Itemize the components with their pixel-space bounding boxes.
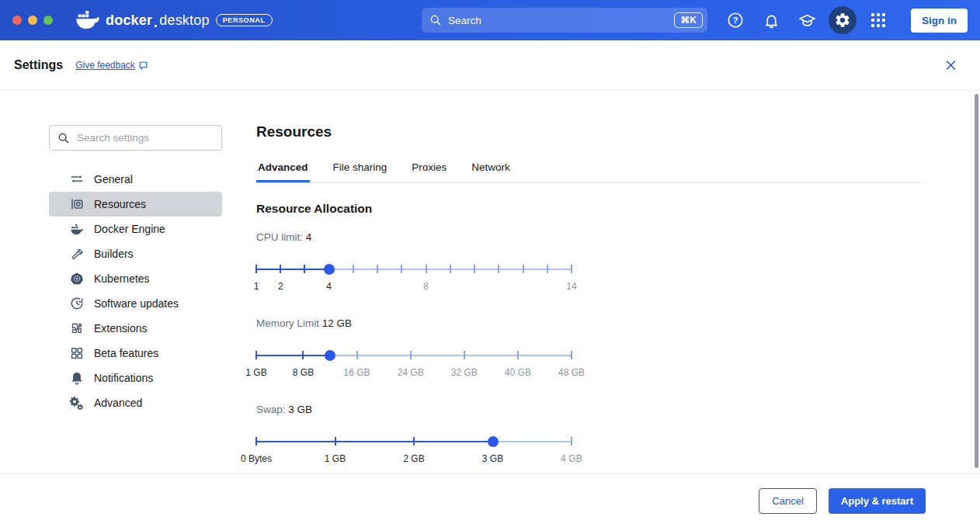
resources-meter-icon [70,197,84,211]
window-minimize-button[interactable] [28,16,37,25]
sidebar-item-label: General [94,173,133,185]
settings-nav: General Resources Docker E [49,167,222,415]
sliders-icon [70,172,84,186]
feedback-bubble-icon [138,61,148,71]
whale-icon [70,222,84,236]
slider-tick [413,437,415,446]
section-heading: Resources [256,123,980,140]
tab-advanced[interactable]: Advanced [256,157,310,182]
slider-tick-label: 16 GB [344,367,370,378]
sidebar-item-label: Resources [94,198,146,210]
swap-slider-labels: 0 Bytes1 GB2 GB3 GB4 GB [256,453,572,464]
cpu-limit-label: CPU limit: 4 [256,231,572,243]
sidebar-item-general[interactable]: General [49,167,222,192]
search-shortcut-badge: ⌘K [674,12,703,28]
search-icon [429,14,442,26]
app-name-secondary: desktop [159,12,209,29]
tab-proxies[interactable]: Proxies [410,157,448,182]
slider-tick [302,351,304,359]
slider-handle[interactable] [488,436,499,447]
cpu-limit-slider-labels: 124814 [256,281,572,292]
slider-tick [474,265,475,273]
sidebar-item-notifications[interactable]: Notifications [49,366,222,390]
sidebar-item-kubernetes[interactable]: Kubernetes [49,266,222,291]
sidebar-item-builders[interactable]: Builders [49,241,222,266]
cpu-limit-slider[interactable] [256,264,572,274]
slider-tick-label: 2 [278,281,283,292]
settings-search-input[interactable]: Search settings [49,125,222,151]
resources-tabs: Advanced File sharing Proxies Network [256,157,921,183]
slider-tick [280,265,281,273]
app-name-primary: docker [106,12,152,29]
slider-tick-label: 8 GB [293,367,314,378]
sidebar-item-advanced[interactable]: Advanced [49,390,222,415]
titlebar: docker desktop PERSONAL Search ⌘K ? [0,0,980,40]
wrench-icon [70,247,84,261]
slider-handle[interactable] [324,264,335,275]
memory-limit-label: Memory Limit 12 GB [256,317,572,329]
slider-tick-label: 0 Bytes [241,453,272,464]
app-logo: docker desktop PERSONAL [76,11,273,29]
sidebar-item-software-updates[interactable]: Software updates [49,291,222,316]
plan-badge: PERSONAL [216,14,273,26]
scrollbar-thumb[interactable] [975,94,978,468]
slider-tick [571,351,572,359]
apply-restart-button[interactable]: Apply & restart [829,488,926,514]
slider-fill [256,355,330,356]
sidebar-item-label: Docker Engine [94,223,165,235]
sidebar-item-label: Extensions [94,322,147,335]
cancel-button[interactable]: Cancel [759,488,816,514]
search-placeholder: Search [448,15,668,26]
sidebar-item-beta-features[interactable]: Beta features [49,341,222,366]
notifications-icon[interactable] [757,6,785,34]
slider-tick [335,437,336,446]
slider-tick [401,265,402,273]
close-icon[interactable] [945,60,957,71]
sidebar-item-docker-engine[interactable]: Docker Engine [49,217,222,241]
slider-tick [464,351,465,359]
gears-icon [70,396,84,410]
tab-network[interactable]: Network [470,157,512,182]
slider-tick [517,351,519,359]
slider-tick [450,265,451,273]
memory-limit-section: Memory Limit 12 GB 1 GB8 GB16 GB24 GB32 … [256,317,572,378]
slider-tick-label: 1 GB [245,367,266,378]
window-zoom-button[interactable] [43,16,53,25]
settings-gear-icon[interactable] [829,6,857,34]
memory-limit-slider-labels: 1 GB8 GB16 GB24 GB32 GB40 GB48 GB [256,367,572,378]
slider-tick-label: 24 GB [398,367,424,378]
sign-in-button[interactable]: Sign in [911,9,968,33]
swap-slider[interactable] [256,436,572,446]
window-controls [12,16,53,25]
sidebar-item-resources[interactable]: Resources [49,192,222,217]
window-close-button[interactable] [12,16,22,25]
slider-fill [256,441,493,442]
tab-file-sharing[interactable]: File sharing [332,157,389,182]
update-clock-icon [70,296,84,310]
learning-center-icon[interactable] [793,6,821,34]
settings-header: Settings Give feedback [0,40,980,91]
sidebar-item-extensions[interactable]: Extensions [49,316,222,341]
slider-tick [255,265,257,273]
apps-grid-icon[interactable] [864,6,892,34]
slider-tick-label: 2 GB [403,453,424,464]
slider-tick-label: 4 [326,281,332,292]
give-feedback-link[interactable]: Give feedback [75,60,148,71]
beta-grid-icon [70,346,84,360]
kubernetes-icon [70,272,84,286]
global-search-input[interactable]: Search ⌘K [422,8,707,33]
slider-handle[interactable] [325,350,335,361]
memory-limit-value: 12 GB [322,317,352,329]
slider-tick-label: 4 GB [561,453,582,464]
settings-footer: Cancel Apply & restart [0,473,980,527]
memory-limit-slider[interactable] [256,350,572,360]
page-title: Settings [14,58,63,72]
cpu-limit-value: 4 [306,231,312,243]
slider-tick-label: 32 GB [451,367,478,378]
slider-tick-label: 3 GB [482,453,503,464]
app-name-dot [155,25,157,27]
sidebar-item-label: Notifications [94,372,153,384]
settings-sidebar: Search settings General Resources [0,91,256,473]
help-icon[interactable]: ? [721,6,749,34]
slider-tick [255,437,257,446]
